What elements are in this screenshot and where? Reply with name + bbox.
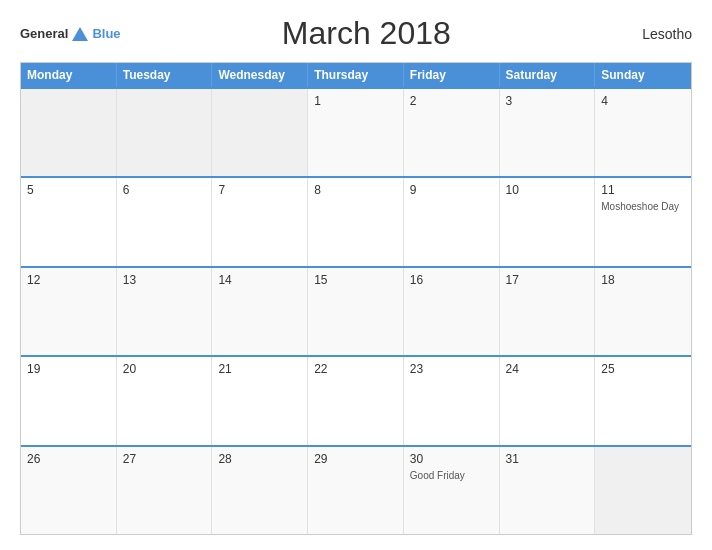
day-number-21: 21	[218, 362, 301, 376]
calendar-cell-r3c2: 21	[212, 357, 308, 444]
calendar-cell-r3c1: 20	[117, 357, 213, 444]
calendar-title: March 2018	[121, 15, 612, 52]
logo-general-text: General	[20, 26, 68, 41]
calendar-cell-r2c1: 13	[117, 268, 213, 355]
day-number-10: 10	[506, 183, 589, 197]
day-number-15: 15	[314, 273, 397, 287]
day-number-12: 12	[27, 273, 110, 287]
calendar-cell-r3c3: 22	[308, 357, 404, 444]
calendar-cell-r0c6: 4	[595, 89, 691, 176]
day-number-23: 23	[410, 362, 493, 376]
calendar-cell-r2c4: 16	[404, 268, 500, 355]
country-label: Lesotho	[612, 26, 692, 42]
day-number-28: 28	[218, 452, 301, 466]
calendar-cell-r1c2: 7	[212, 178, 308, 265]
calendar-body: 1234567891011Moshoeshoe Day1213141516171…	[21, 87, 691, 534]
calendar-cell-r4c6	[595, 447, 691, 534]
calendar-cell-r3c4: 23	[404, 357, 500, 444]
calendar-cell-r1c0: 5	[21, 178, 117, 265]
calendar-cell-r4c2: 28	[212, 447, 308, 534]
calendar-cell-r1c6: 11Moshoeshoe Day	[595, 178, 691, 265]
day-number-11: 11	[601, 183, 685, 197]
day-number-1: 1	[314, 94, 397, 108]
calendar-cell-r0c3: 1	[308, 89, 404, 176]
day-number-29: 29	[314, 452, 397, 466]
day-number-19: 19	[27, 362, 110, 376]
day-number-17: 17	[506, 273, 589, 287]
page: General Blue March 2018 Lesotho Monday T…	[0, 0, 712, 550]
header-monday: Monday	[21, 63, 117, 87]
header: General Blue March 2018 Lesotho	[20, 15, 692, 52]
calendar-cell-r3c5: 24	[500, 357, 596, 444]
calendar-cell-r0c5: 3	[500, 89, 596, 176]
calendar-row-1: 567891011Moshoeshoe Day	[21, 176, 691, 265]
calendar-cell-r4c0: 26	[21, 447, 117, 534]
calendar-row-3: 19202122232425	[21, 355, 691, 444]
day-number-31: 31	[506, 452, 589, 466]
calendar-cell-r1c5: 10	[500, 178, 596, 265]
calendar-row-0: 1234	[21, 87, 691, 176]
day-number-6: 6	[123, 183, 206, 197]
day-number-9: 9	[410, 183, 493, 197]
logo-triangle-icon	[72, 27, 88, 41]
calendar-cell-r2c6: 18	[595, 268, 691, 355]
calendar: Monday Tuesday Wednesday Thursday Friday…	[20, 62, 692, 535]
calendar-cell-r3c0: 19	[21, 357, 117, 444]
header-wednesday: Wednesday	[212, 63, 308, 87]
day-event-11: Moshoeshoe Day	[601, 200, 685, 213]
header-saturday: Saturday	[500, 63, 596, 87]
day-number-22: 22	[314, 362, 397, 376]
calendar-cell-r2c0: 12	[21, 268, 117, 355]
day-number-25: 25	[601, 362, 685, 376]
calendar-row-2: 12131415161718	[21, 266, 691, 355]
calendar-cell-r4c5: 31	[500, 447, 596, 534]
day-number-2: 2	[410, 94, 493, 108]
header-sunday: Sunday	[595, 63, 691, 87]
calendar-cell-r2c5: 17	[500, 268, 596, 355]
day-number-30: 30	[410, 452, 493, 466]
day-number-3: 3	[506, 94, 589, 108]
calendar-cell-r4c4: 30Good Friday	[404, 447, 500, 534]
calendar-cell-r3c6: 25	[595, 357, 691, 444]
day-number-4: 4	[601, 94, 685, 108]
day-number-8: 8	[314, 183, 397, 197]
day-event-30: Good Friday	[410, 469, 493, 482]
day-number-26: 26	[27, 452, 110, 466]
day-number-24: 24	[506, 362, 589, 376]
day-number-14: 14	[218, 273, 301, 287]
calendar-cell-r0c1	[117, 89, 213, 176]
day-number-13: 13	[123, 273, 206, 287]
calendar-cell-r1c1: 6	[117, 178, 213, 265]
day-number-27: 27	[123, 452, 206, 466]
calendar-cell-r4c1: 27	[117, 447, 213, 534]
day-number-18: 18	[601, 273, 685, 287]
calendar-header: Monday Tuesday Wednesday Thursday Friday…	[21, 63, 691, 87]
calendar-cell-r2c3: 15	[308, 268, 404, 355]
calendar-cell-r0c4: 2	[404, 89, 500, 176]
calendar-cell-r2c2: 14	[212, 268, 308, 355]
calendar-cell-r0c2	[212, 89, 308, 176]
calendar-row-4: 2627282930Good Friday31	[21, 445, 691, 534]
header-tuesday: Tuesday	[117, 63, 213, 87]
logo: General Blue	[20, 26, 121, 41]
logo-blue-text: Blue	[92, 26, 120, 41]
day-number-7: 7	[218, 183, 301, 197]
calendar-cell-r4c3: 29	[308, 447, 404, 534]
header-friday: Friday	[404, 63, 500, 87]
calendar-cell-r1c4: 9	[404, 178, 500, 265]
header-thursday: Thursday	[308, 63, 404, 87]
day-number-16: 16	[410, 273, 493, 287]
day-number-5: 5	[27, 183, 110, 197]
calendar-cell-r1c3: 8	[308, 178, 404, 265]
day-number-20: 20	[123, 362, 206, 376]
calendar-cell-r0c0	[21, 89, 117, 176]
